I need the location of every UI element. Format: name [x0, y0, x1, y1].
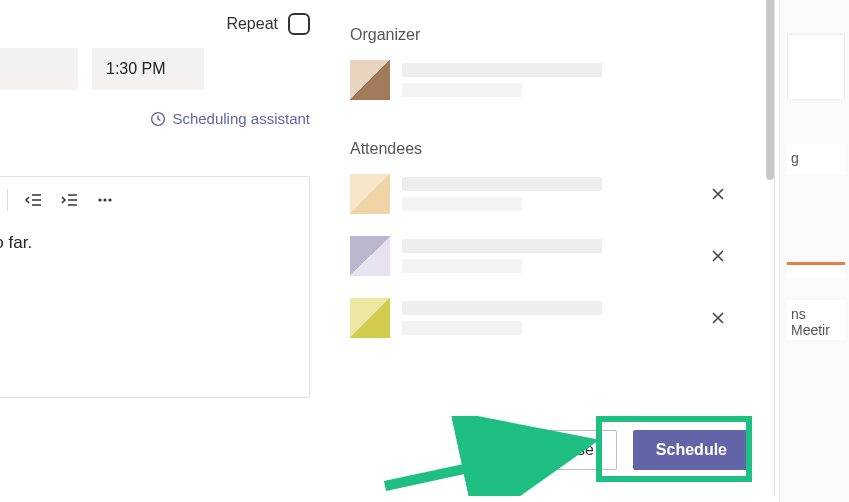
indent-button[interactable]: [58, 189, 80, 211]
organizer-name-redacted: [402, 63, 750, 97]
background-block: [787, 34, 845, 100]
svg-point-2: [103, 198, 106, 201]
modal-footer: Close Schedule: [350, 430, 750, 470]
details-editor: graph: [0, 176, 310, 398]
screenshot-root: g ns Meetir Repeat 7, 2019 1:30 PM m …: [0, 0, 849, 502]
people-column: Organizer Attendees: [350, 20, 750, 354]
organizer-row: [350, 54, 750, 116]
attendee-row: [350, 168, 750, 230]
repeat-row: Repeat: [0, 13, 310, 35]
attendee-name-redacted: [402, 239, 692, 273]
remove-attendee-button[interactable]: [704, 304, 732, 332]
attendee-name-redacted: [402, 177, 692, 211]
new-meeting-modal: Repeat 7, 2019 1:30 PM m …: [0, 0, 775, 495]
end-time-field[interactable]: 1:30 PM: [92, 48, 204, 90]
repeat-label: Repeat: [226, 15, 278, 33]
editor-textarea[interactable]: ing campaign so far.: [0, 223, 309, 253]
location-scheduling-row: m … Scheduling assistant: [0, 110, 310, 127]
avatar: [350, 60, 390, 100]
close-button[interactable]: Close: [530, 430, 617, 470]
end-datetime-row: 7, 2019 1:30 PM: [0, 48, 204, 90]
clock-icon: [150, 111, 166, 127]
schedule-button[interactable]: Schedule: [633, 430, 750, 470]
avatar: [350, 174, 390, 214]
end-date-field[interactable]: 7, 2019: [0, 48, 78, 90]
editor-toolbar: graph: [0, 177, 309, 223]
organizer-section-label: Organizer: [350, 26, 750, 44]
attendee-row: [350, 292, 750, 354]
scheduling-assistant-link[interactable]: Scheduling assistant: [150, 110, 310, 127]
attendee-name-redacted: [402, 301, 692, 335]
repeat-checkbox[interactable]: [288, 13, 310, 35]
background-block: g: [787, 144, 845, 174]
toolbar-separator: [7, 189, 8, 211]
avatar: [350, 236, 390, 276]
remove-attendee-button[interactable]: [704, 180, 732, 208]
background-block: [787, 262, 845, 278]
avatar: [350, 298, 390, 338]
modal-scrollbar[interactable]: [766, 0, 774, 180]
background-block: ns Meetir: [787, 300, 845, 340]
background-calendar-strip: g ns Meetir: [779, 0, 849, 502]
scheduling-assistant-label: Scheduling assistant: [172, 110, 310, 127]
attendees-section-label: Attendees: [350, 140, 750, 158]
attendee-row: [350, 230, 750, 292]
more-formatting-button[interactable]: [94, 189, 116, 211]
svg-point-3: [108, 198, 111, 201]
svg-point-1: [98, 198, 101, 201]
outdent-button[interactable]: [22, 189, 44, 211]
attendees-section: Attendees: [350, 140, 750, 354]
remove-attendee-button[interactable]: [704, 242, 732, 270]
